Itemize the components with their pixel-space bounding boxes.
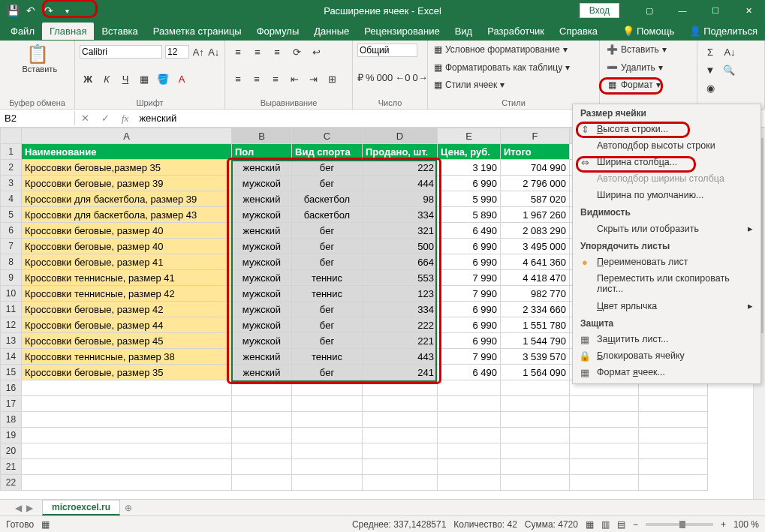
cell[interactable]: [292, 396, 363, 412]
login-button[interactable]: Вход: [580, 3, 619, 18]
tab-home[interactable]: Главная: [42, 23, 94, 40]
clear-icon[interactable]: ◉: [702, 80, 718, 97]
cell[interactable]: [292, 428, 363, 443]
cell[interactable]: мужской: [232, 207, 292, 223]
cell[interactable]: [232, 380, 292, 396]
font-size[interactable]: [165, 45, 189, 59]
cell[interactable]: 1 551 780: [501, 317, 570, 333]
cell[interactable]: [570, 428, 639, 443]
row-header-5[interactable]: 5: [1, 207, 22, 223]
cell[interactable]: [501, 428, 570, 443]
zoom-in-icon[interactable]: +: [721, 519, 726, 530]
orientation-icon[interactable]: ⟳: [288, 44, 305, 60]
cell[interactable]: 553: [363, 270, 438, 286]
tab-file[interactable]: Файл: [3, 23, 42, 40]
share-button[interactable]: 👤Поделиться: [682, 23, 765, 40]
menu-lock-cell[interactable]: 🔒Блокировать ячейку: [573, 347, 760, 364]
cell[interactable]: [501, 443, 570, 459]
cell[interactable]: 6 990: [438, 333, 501, 349]
cell[interactable]: 1 564 090: [501, 365, 570, 380]
cell[interactable]: мужской: [232, 176, 292, 191]
sheet-tab-active[interactable]: microexcel.ru: [42, 500, 120, 515]
cell[interactable]: баскетбол: [292, 207, 363, 223]
cell[interactable]: [501, 380, 570, 396]
cell[interactable]: [232, 443, 292, 459]
cell[interactable]: [292, 380, 363, 396]
sort-icon[interactable]: A↓: [721, 44, 738, 60]
view-normal-icon[interactable]: ▦: [586, 519, 594, 530]
table-header-cell[interactable]: Пол: [232, 144, 292, 160]
menu-hide-show[interactable]: Скрыть или отобразить▸: [573, 220, 760, 237]
cell[interactable]: [232, 459, 292, 475]
cell[interactable]: женский: [232, 160, 292, 176]
cell[interactable]: 241: [363, 365, 438, 380]
cell[interactable]: женский: [232, 365, 292, 380]
autosum-icon[interactable]: Σ: [702, 44, 718, 60]
cell[interactable]: 222: [363, 317, 438, 333]
cell[interactable]: [639, 459, 708, 475]
fill-color-button[interactable]: 🪣: [155, 71, 171, 88]
cell[interactable]: [501, 412, 570, 428]
menu-auto-col-width[interactable]: Автоподбор ширины столбца: [573, 170, 760, 187]
row-header-8[interactable]: 8: [1, 254, 22, 270]
menu-auto-row-height[interactable]: Автоподбор высоты строки: [573, 137, 760, 154]
merge-icon[interactable]: ⊞: [324, 71, 340, 88]
cell[interactable]: 123: [363, 286, 438, 302]
cell-styles[interactable]: ▦Стили ячеек ▾: [432, 79, 595, 91]
cell[interactable]: мужской: [232, 333, 292, 349]
cell[interactable]: Кроссовки для баскетбола, размер 39: [22, 191, 232, 207]
cell[interactable]: [22, 380, 232, 396]
cell[interactable]: 222: [363, 160, 438, 176]
cell[interactable]: 2 796 000: [501, 176, 570, 191]
tab-review[interactable]: Рецензирование: [357, 23, 447, 40]
cell[interactable]: [570, 396, 639, 412]
currency-icon[interactable]: ₽: [357, 70, 363, 86]
cell[interactable]: [292, 412, 363, 428]
find-icon[interactable]: 🔍: [721, 62, 737, 78]
row-header-19[interactable]: 19: [1, 428, 22, 443]
indent-dec-icon[interactable]: ⇤: [286, 71, 303, 88]
qat-custom-icon[interactable]: ▾: [59, 2, 75, 19]
align-left-icon[interactable]: ≡: [230, 71, 246, 88]
menu-format-cells[interactable]: ▦Формат ячеек...: [573, 364, 760, 380]
col-header-F[interactable]: F: [501, 128, 570, 144]
cell[interactable]: 3 539 570: [501, 349, 570, 365]
cell[interactable]: [292, 443, 363, 459]
cell[interactable]: [570, 475, 639, 491]
cell[interactable]: [22, 459, 232, 475]
cancel-fx-icon[interactable]: ✕: [75, 113, 95, 124]
cell[interactable]: Кроссовки теннисные, размер 41: [22, 270, 232, 286]
cell[interactable]: бег: [292, 333, 363, 349]
tab-view[interactable]: Вид: [447, 23, 480, 40]
align-top-icon[interactable]: ≡: [230, 44, 246, 60]
align-middle-icon[interactable]: ≡: [249, 44, 266, 60]
tab-data[interactable]: Данные: [306, 23, 357, 40]
cell[interactable]: баскетбол: [292, 191, 363, 207]
cell[interactable]: [363, 396, 438, 412]
cell[interactable]: [292, 459, 363, 475]
cell[interactable]: 6 990: [438, 254, 501, 270]
cell[interactable]: Кроссовки беговые,размер 35: [22, 160, 232, 176]
cell[interactable]: бег: [292, 254, 363, 270]
dec-inc-icon[interactable]: ←0: [395, 70, 410, 86]
row-header-22[interactable]: 22: [1, 475, 22, 491]
dec-dec-icon[interactable]: 0→: [413, 70, 428, 86]
cell[interactable]: [501, 475, 570, 491]
zoom-slider[interactable]: [646, 523, 713, 526]
menu-protect-sheet[interactable]: ▦Защитить лист...: [573, 331, 760, 347]
cell[interactable]: [501, 396, 570, 412]
cell[interactable]: 444: [363, 176, 438, 191]
cell[interactable]: [22, 412, 232, 428]
cell[interactable]: бег: [292, 239, 363, 254]
cell[interactable]: 334: [363, 207, 438, 223]
row-header-17[interactable]: 17: [1, 396, 22, 412]
cell[interactable]: [639, 475, 708, 491]
cell[interactable]: [501, 459, 570, 475]
cell[interactable]: 5 990: [438, 191, 501, 207]
cell[interactable]: [363, 475, 438, 491]
font-grow-icon[interactable]: A↑: [192, 44, 205, 60]
col-header-E[interactable]: E: [438, 128, 501, 144]
maximize-icon[interactable]: ☐: [699, 0, 732, 21]
row-header-1[interactable]: 1: [1, 144, 22, 160]
minimize-icon[interactable]: —: [666, 0, 699, 21]
